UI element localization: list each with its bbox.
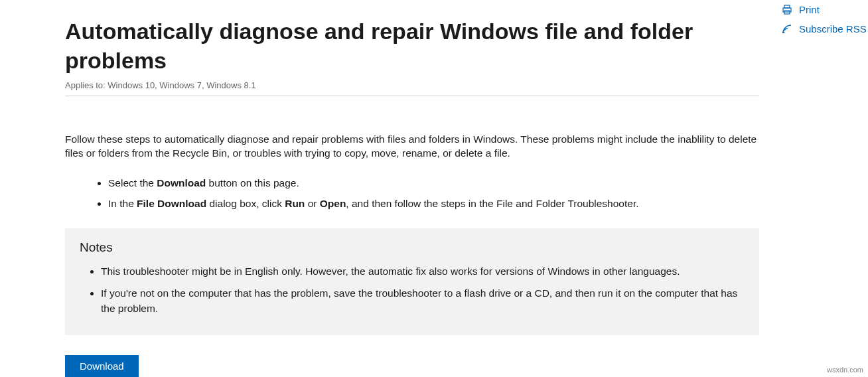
step-bold: Download (157, 177, 206, 188)
step-bold: File Download (137, 198, 206, 209)
step-1: Select the Download button on this page. (108, 177, 759, 190)
intro-text: Follow these steps to automatically diag… (65, 133, 759, 161)
print-icon (782, 5, 792, 15)
rss-link[interactable]: Subscribe RSS F (782, 23, 868, 35)
download-button[interactable]: Download (65, 355, 139, 377)
svg-rect-0 (784, 5, 790, 8)
note-item: This troubleshooter might be in English … (101, 264, 745, 279)
page-title: Automatically diagnose and repair Window… (65, 17, 759, 75)
step-text: dialog box, click (206, 198, 285, 209)
notes-heading: Notes (80, 240, 745, 255)
step-text: Select the (108, 177, 157, 188)
main-content: Automatically diagnose and repair Window… (65, 17, 759, 377)
applies-to: Applies to: Windows 10, Windows 7, Windo… (65, 80, 759, 96)
notes-box: Notes This troubleshooter might be in En… (65, 228, 759, 335)
step-text: In the (108, 198, 137, 209)
watermark: wsxdn.com (825, 365, 865, 374)
print-label: Print (799, 4, 820, 15)
step-2: In the File Download dialog box, click R… (108, 197, 759, 211)
note-item: If you're not on the computer that has t… (101, 286, 745, 317)
sidebar: Print Subscribe RSS F (782, 4, 868, 42)
svg-point-3 (783, 31, 785, 33)
rss-label: Subscribe RSS F (799, 23, 868, 35)
step-text: or (305, 198, 319, 209)
step-text: , and then follow the steps in the File … (346, 198, 638, 209)
rss-icon (782, 24, 792, 35)
step-bold: Run (285, 198, 305, 209)
step-bold: Open (320, 198, 346, 209)
step-text: button on this page. (206, 177, 299, 188)
notes-list: This troubleshooter might be in English … (101, 264, 745, 317)
print-link[interactable]: Print (782, 4, 868, 15)
steps-list: Select the Download button on this page.… (108, 177, 759, 211)
